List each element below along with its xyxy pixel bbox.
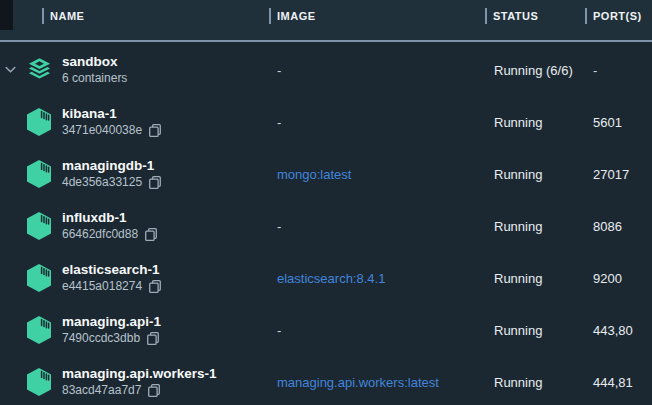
container-id: 7490ccdc3dbb bbox=[62, 331, 140, 346]
row-title: influxdb-1 bbox=[62, 210, 158, 226]
status-cell: Running bbox=[494, 219, 542, 234]
ports-cell: 5601 bbox=[593, 115, 622, 130]
table-row-kibana[interactable]: kibana-1 3471e040038e - Running 5601 bbox=[0, 96, 652, 148]
container-icon bbox=[25, 263, 53, 293]
name-block: influxdb-1 66462dfc0d88 bbox=[62, 210, 158, 242]
container-id: e4415a018274 bbox=[62, 279, 142, 294]
ports-cell: - bbox=[593, 63, 597, 78]
image-cell: - bbox=[277, 323, 281, 338]
container-icon bbox=[25, 367, 53, 397]
table-row-sandbox[interactable]: sandbox 6 containers - Running (6/6) - bbox=[0, 44, 652, 96]
status-cell: Running bbox=[494, 375, 542, 390]
container-icon bbox=[25, 315, 53, 345]
ports-cell: 8086 bbox=[593, 219, 622, 234]
table-row-influxdb[interactable]: influxdb-1 66462dfc0d88 - Running 8086 bbox=[0, 200, 652, 252]
table-row-managing-api-workers[interactable]: managing.api.workers-1 83acd47aa7d7 mana… bbox=[0, 356, 652, 405]
container-id: 3471e040038e bbox=[62, 123, 142, 138]
name-block: sandbox 6 containers bbox=[62, 54, 127, 86]
status-cell: Running bbox=[494, 323, 542, 338]
row-title: elasticsearch-1 bbox=[62, 262, 162, 278]
table-row-elasticsearch[interactable]: elasticsearch-1 e4415a018274 elasticsear… bbox=[0, 252, 652, 304]
ports-cell: 444,81 bbox=[593, 375, 633, 390]
name-block: elasticsearch-1 e4415a018274 bbox=[62, 262, 162, 294]
copy-icon[interactable] bbox=[144, 227, 158, 242]
table-row-managing-api[interactable]: managing.api-1 7490ccdc3dbb - Running 44… bbox=[0, 304, 652, 356]
copy-icon[interactable] bbox=[148, 123, 162, 138]
name-block: kibana-1 3471e040038e bbox=[62, 106, 162, 138]
name-block: managing.api.workers-1 83acd47aa7d7 bbox=[62, 366, 217, 398]
column-header-name: NAME bbox=[42, 8, 84, 24]
container-icon bbox=[25, 159, 53, 189]
chevron-down-icon[interactable] bbox=[5, 66, 16, 74]
row-title: kibana-1 bbox=[62, 106, 162, 122]
copy-icon[interactable] bbox=[147, 383, 161, 398]
row-title: sandbox bbox=[62, 54, 127, 70]
row-subtitle: 6 containers bbox=[62, 71, 127, 86]
image-link[interactable]: managing.api.workers:latest bbox=[277, 375, 439, 390]
name-block: managing.api-1 7490ccdc3dbb bbox=[62, 314, 161, 346]
copy-icon[interactable] bbox=[148, 279, 162, 294]
container-id: 4de356a33125 bbox=[62, 175, 142, 190]
image-link[interactable]: mongo:latest bbox=[277, 167, 351, 182]
table-row-managingdb[interactable]: managingdb-1 4de356a33125 mongo:latest R… bbox=[0, 148, 652, 200]
image-cell: - bbox=[277, 115, 281, 130]
container-id: 83acd47aa7d7 bbox=[62, 383, 141, 398]
copy-icon[interactable] bbox=[146, 331, 160, 346]
row-title: managingdb-1 bbox=[62, 158, 162, 174]
ports-cell: 9200 bbox=[593, 271, 622, 286]
container-icon bbox=[25, 107, 53, 137]
row-title: managing.api.workers-1 bbox=[62, 366, 217, 382]
copy-icon[interactable] bbox=[148, 175, 162, 190]
container-id: 66462dfc0d88 bbox=[62, 227, 138, 242]
image-link[interactable]: elasticsearch:8.4.1 bbox=[277, 271, 385, 286]
header-corner bbox=[0, 0, 13, 30]
status-cell: Running bbox=[494, 271, 542, 286]
table-header: NAME IMAGE STATUS PORT(S) bbox=[0, 0, 652, 42]
status-cell: Running bbox=[494, 115, 542, 130]
status-cell: Running (6/6) bbox=[494, 63, 573, 78]
container-rows: sandbox 6 containers - Running (6/6) - k… bbox=[0, 44, 652, 405]
image-cell: - bbox=[277, 63, 281, 78]
column-header-ports: PORT(S) bbox=[585, 8, 642, 24]
image-cell: - bbox=[277, 219, 281, 234]
row-title: managing.api-1 bbox=[62, 314, 161, 330]
status-cell: Running bbox=[494, 167, 542, 182]
ports-cell: 443,80 bbox=[593, 323, 633, 338]
ports-cell: 27017 bbox=[593, 167, 629, 182]
container-icon bbox=[25, 211, 53, 241]
column-header-status: STATUS bbox=[485, 8, 538, 24]
stack-icon bbox=[25, 55, 53, 85]
column-header-image: IMAGE bbox=[269, 8, 316, 24]
container-list-screen: NAME IMAGE STATUS PORT(S) sandbox 6 cont… bbox=[0, 0, 652, 405]
name-block: managingdb-1 4de356a33125 bbox=[62, 158, 162, 190]
